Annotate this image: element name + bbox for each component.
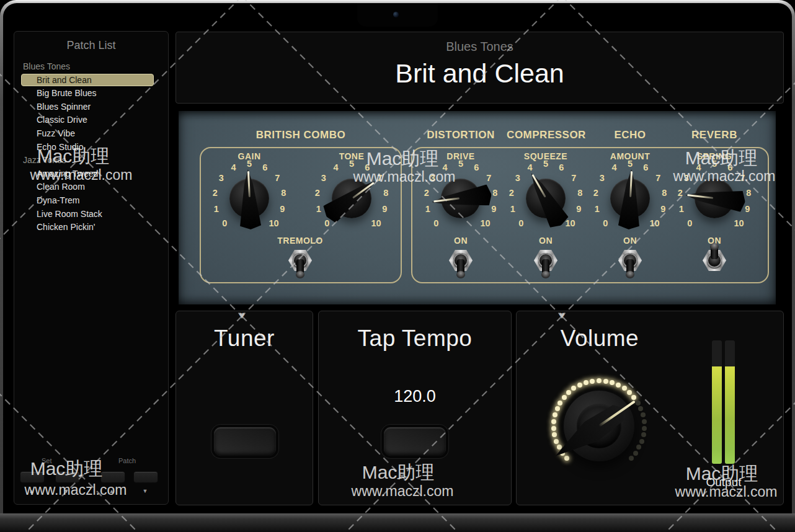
set-down-arrow[interactable]: ▼ — [60, 488, 73, 494]
set-up-arrow[interactable]: ▲ — [25, 488, 38, 494]
knob-tick: 9 — [660, 204, 665, 214]
knob-pointer — [426, 164, 495, 233]
patch-prev-button[interactable] — [100, 471, 125, 483]
patch-item[interactable]: Classic Drive — [14, 113, 168, 127]
section-title: ECHO — [614, 129, 646, 141]
patch-group-label: Blues Tones — [14, 60, 168, 74]
favorite-heart-icon: ♥ — [239, 309, 245, 322]
patch-item[interactable]: Dyna-Trem — [14, 194, 168, 208]
knob-wedge — [217, 166, 282, 231]
knob-tick: 2 — [213, 188, 218, 198]
patch-down-arrow[interactable]: ▼ — [139, 488, 151, 494]
laptop-chin — [0, 513, 795, 532]
switch-lever-cap — [541, 271, 550, 278]
patch-label: Patch — [118, 457, 136, 464]
switch-lever-cap — [626, 271, 634, 278]
volume-panel: Volume Output — [516, 311, 784, 505]
output-label: Output — [706, 476, 741, 489]
meter-fill — [725, 366, 735, 464]
switch-label: ON — [539, 236, 553, 246]
patch-item[interactable]: Chicken Pickin' — [14, 221, 168, 234]
output-meter-left — [712, 340, 722, 464]
tuner-panel: Tuner — [175, 311, 313, 505]
patch-groups: Blues TonesBrit and CleanBig Brute Blues… — [14, 60, 168, 234]
tuner-button[interactable] — [214, 427, 276, 456]
header-patch-name: Brit and Clean — [176, 58, 783, 89]
display-notch — [357, 3, 438, 27]
knob-tick: 2 — [678, 188, 683, 198]
tap-tempo-panel: Tap Tempo 120.0 — [318, 311, 512, 505]
header-set-name: Blues Tones — [176, 40, 783, 54]
knob-tick: 9 — [745, 204, 750, 214]
output-meter-right — [725, 340, 735, 464]
patch-list-title: Patch List — [14, 39, 168, 52]
patch-item[interactable]: Fuzz Vibe — [14, 127, 168, 141]
patch-next-button[interactable] — [133, 471, 158, 483]
patch-group-label: Jazz Tones — [14, 154, 168, 167]
knob-tick: 8 — [492, 188, 497, 198]
switch-lever-cap — [456, 271, 465, 278]
section-title: REVERB — [691, 129, 737, 141]
set-next-button[interactable] — [55, 471, 80, 483]
patch-header: Blues Tones Brit and Clean — [175, 32, 784, 104]
set-prev-button[interactable] — [20, 471, 45, 483]
volume-knob-pointer — [517, 344, 681, 508]
switch-lever-cap — [710, 243, 719, 250]
patch-item[interactable]: Big Brute Blues — [14, 87, 168, 100]
patch-item[interactable]: Amazing Tweed — [14, 167, 168, 181]
knob-tick: 8 — [662, 188, 667, 198]
tap-tempo-title: Tap Tempo — [358, 326, 473, 352]
bpm-value[interactable]: 120.0 — [394, 387, 436, 406]
knob-pointer — [680, 164, 748, 233]
knob-tick: 2 — [593, 188, 598, 198]
tap-tempo-button[interactable] — [384, 427, 446, 456]
knob-tick: 8 — [281, 188, 286, 198]
volume-title: Volume — [561, 326, 639, 352]
section-title: BRITISH COMBO — [256, 129, 345, 141]
patch-list-panel: Patch List Blues TonesBrit and CleanBig … — [14, 31, 169, 505]
patch-item[interactable]: Clean Room — [14, 180, 168, 194]
patch-item[interactable]: Live Room Stack — [14, 208, 168, 221]
knob-pointer — [598, 166, 663, 231]
patch-item[interactable]: Brit and Clean — [14, 74, 168, 87]
patch-item[interactable]: Blues Spinner — [14, 100, 168, 114]
knob-tick: 1 — [425, 204, 430, 214]
favorite-heart-icon: ♥ — [559, 309, 565, 322]
amp-panel: BRITISH COMBODISTORTIONCOMPRESSORECHOREV… — [179, 111, 776, 304]
patch-item[interactable]: Echo Studio — [14, 141, 168, 154]
knob-wedge — [680, 164, 748, 233]
switch-label: ON — [623, 236, 637, 246]
camera-icon — [393, 12, 399, 17]
knob-wedge — [426, 164, 495, 233]
knob-pointer — [217, 166, 282, 231]
patch-up-arrow[interactable]: ▲ — [105, 488, 118, 494]
switch-label: ON — [454, 236, 468, 246]
switch-lever-cap — [296, 271, 304, 278]
set-label: Set — [42, 457, 52, 464]
section-title: COMPRESSOR — [507, 129, 586, 141]
tuner-title: Tuner — [214, 326, 275, 352]
section-title: DISTORTION — [427, 129, 495, 141]
switch-label: TREMOLO — [277, 236, 323, 246]
knob-tick: 8 — [746, 188, 751, 198]
meter-fill — [712, 366, 722, 464]
